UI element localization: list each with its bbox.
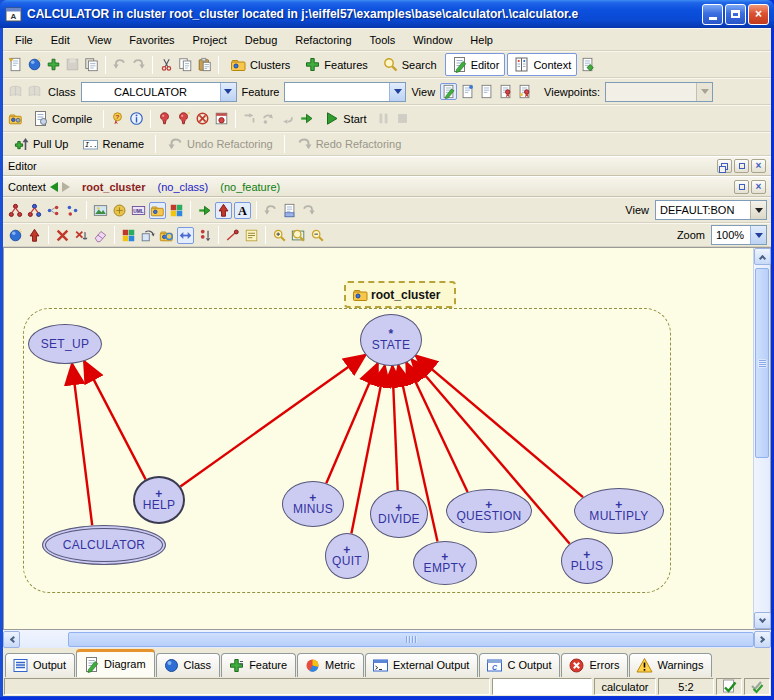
tab-feature[interactable]: Feature xyxy=(221,653,296,677)
context-toggle-button[interactable]: Context xyxy=(507,53,577,76)
close-button[interactable]: × xyxy=(748,4,769,25)
menu-window[interactable]: Window xyxy=(405,32,460,48)
search-button[interactable]: Search xyxy=(376,53,443,76)
discover-melt-icon[interactable] xyxy=(194,110,211,127)
class-node-minus[interactable]: +MINUS xyxy=(282,481,344,527)
tab-c-output[interactable]: CC Output xyxy=(479,653,560,677)
inheritance-link[interactable] xyxy=(84,361,146,479)
inheritance-links-icon[interactable] xyxy=(7,202,24,219)
scroll-left-icon[interactable] xyxy=(3,631,20,648)
new-class-icon[interactable] xyxy=(7,227,24,244)
diagram-view-arrow-icon[interactable] xyxy=(750,201,766,219)
tab-diagram[interactable]: Diagram xyxy=(76,649,155,677)
close-panel-button[interactable]: × xyxy=(751,159,766,173)
uml-view-icon[interactable]: UML xyxy=(130,202,147,219)
class-node-state[interactable]: *STATE xyxy=(360,314,422,366)
inheritance-link[interactable] xyxy=(180,355,365,487)
open-icon[interactable] xyxy=(26,56,43,73)
cluster-label[interactable]: root_cluster xyxy=(344,281,456,308)
vertical-scrollbar[interactable] xyxy=(753,248,770,629)
class-combobox[interactable]: CALCULATOR xyxy=(81,82,237,102)
add-icon[interactable] xyxy=(45,56,62,73)
feature-combo-arrow-icon[interactable] xyxy=(389,83,405,101)
vertical-scroll-thumb[interactable] xyxy=(755,268,769,458)
pull-up-button[interactable]: Pull Up xyxy=(7,133,74,156)
delete-icon[interactable] xyxy=(54,227,71,244)
rename-button[interactable]: I.. Rename xyxy=(76,133,150,156)
undock-button[interactable] xyxy=(717,159,732,173)
view-flat-icon[interactable] xyxy=(459,83,476,100)
inheritance-link[interactable] xyxy=(406,363,467,492)
fit-to-screen-icon[interactable] xyxy=(177,227,194,244)
tab-output[interactable]: Output xyxy=(5,653,75,677)
project-settings-icon[interactable] xyxy=(7,110,24,127)
tab-metric[interactable]: Metric xyxy=(297,653,364,677)
menu-help[interactable]: Help xyxy=(462,32,501,48)
maximize-button[interactable] xyxy=(725,4,746,25)
paste-icon[interactable] xyxy=(196,56,213,73)
editor-toggle-button[interactable]: Editor xyxy=(445,53,506,76)
feature-combobox[interactable] xyxy=(284,82,406,102)
class-node-help[interactable]: +HELP xyxy=(133,476,185,524)
zoom-fit-icon[interactable] xyxy=(290,227,307,244)
bon-uml-toggle-icon[interactable] xyxy=(111,202,128,219)
class-node-calculator[interactable]: CALCULATOR xyxy=(42,525,166,565)
crop-view-icon[interactable] xyxy=(158,227,175,244)
scroll-up-icon[interactable] xyxy=(754,248,771,265)
eraser-icon[interactable] xyxy=(92,227,109,244)
aggregate-links-icon[interactable] xyxy=(45,202,62,219)
diagram-history-icon[interactable] xyxy=(281,202,298,219)
menu-view[interactable]: View xyxy=(80,32,120,48)
finalize-icon[interactable] xyxy=(175,110,192,127)
notes-icon[interactable] xyxy=(243,227,260,244)
spacing-icon[interactable] xyxy=(196,227,213,244)
maximize-context-button[interactable] xyxy=(734,180,749,194)
new-link-icon[interactable] xyxy=(26,227,43,244)
menu-tools[interactable]: Tools xyxy=(362,32,404,48)
export-picture-icon[interactable] xyxy=(92,202,109,219)
zoom-out-icon[interactable] xyxy=(309,227,326,244)
class-node-question[interactable]: +QUESTION xyxy=(446,489,532,533)
class-node-plus[interactable]: +PLUS xyxy=(561,538,613,584)
class-node-quit[interactable]: +QUIT xyxy=(325,533,369,579)
context-back-icon[interactable] xyxy=(50,182,58,192)
new-document-icon[interactable] xyxy=(7,56,24,73)
tab-errors[interactable]: Errors xyxy=(561,653,628,677)
run-icon[interactable] xyxy=(298,110,315,127)
title-bar[interactable]: A CALCULATOR in cluster root_cluster loc… xyxy=(0,0,774,28)
precompile-icon[interactable] xyxy=(213,110,230,127)
cut-icon[interactable] xyxy=(158,56,175,73)
menu-debug[interactable]: Debug xyxy=(237,32,285,48)
tab-external-output[interactable]: External Output xyxy=(365,653,478,677)
close-context-button[interactable]: × xyxy=(751,180,766,194)
class-node-set_up[interactable]: SET_UP xyxy=(28,324,102,364)
class-color-icon[interactable] xyxy=(168,202,185,219)
show-labels-icon[interactable]: A xyxy=(234,202,251,219)
start-button[interactable]: Start xyxy=(317,107,372,130)
melt-icon[interactable]: ? xyxy=(109,110,126,127)
class-node-multiply[interactable]: +MULTIPLY xyxy=(574,488,664,534)
horizontal-scroll-thumb[interactable] xyxy=(68,632,754,647)
link-tool-icon[interactable] xyxy=(224,227,241,244)
class-node-divide[interactable]: +DIVIDE xyxy=(370,490,428,538)
tab-class[interactable]: Class xyxy=(156,653,221,677)
zoom-combo-arrow-icon[interactable] xyxy=(750,226,766,244)
compile-button[interactable]: Compile xyxy=(26,107,98,130)
client-links-icon[interactable] xyxy=(26,202,43,219)
view-editor-icon[interactable] xyxy=(440,83,457,100)
diagram-view-combobox[interactable]: DEFAULT:BON xyxy=(655,200,767,220)
horizontal-scrollbar[interactable] xyxy=(3,630,771,648)
menu-project[interactable]: Project xyxy=(185,32,235,48)
inheritance-link[interactable] xyxy=(72,364,92,526)
maximize-panel-button[interactable] xyxy=(734,159,749,173)
menu-file[interactable]: File xyxy=(7,32,41,48)
fill-color-icon[interactable] xyxy=(120,227,137,244)
freeze-icon[interactable] xyxy=(156,110,173,127)
inheritance-link[interactable] xyxy=(416,356,583,498)
view-contract-icon[interactable] xyxy=(478,83,495,100)
scroll-down-icon[interactable] xyxy=(754,612,771,629)
rotate-icon[interactable] xyxy=(139,227,156,244)
context-cluster[interactable]: root_cluster xyxy=(82,181,146,193)
class-node-empty[interactable]: +EMPTY xyxy=(413,541,477,585)
zoom-in-icon[interactable] xyxy=(271,227,288,244)
